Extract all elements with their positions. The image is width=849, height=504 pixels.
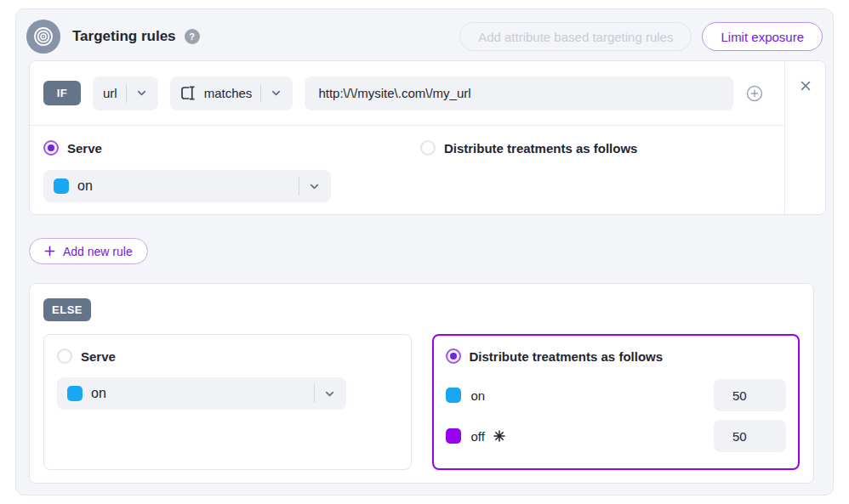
add-new-rule-button[interactable]: Add new rule (29, 238, 148, 264)
string-matcher-icon (180, 86, 197, 100)
matcher-select[interactable]: matches (170, 76, 293, 110)
if-keyword-badge: IF (43, 81, 81, 105)
default-distribute-radio-option[interactable]: Distribute treatments as follows (446, 348, 787, 364)
rule-condition-row: IF url (30, 61, 784, 126)
default-treatment-asterisk-icon (493, 430, 505, 442)
chevron-down-icon (308, 180, 321, 193)
attribute-select-value: url (103, 86, 117, 100)
plus-icon (44, 246, 55, 257)
serve-radio-option[interactable]: Serve (43, 140, 420, 156)
default-treatment-select-value: on (91, 386, 106, 401)
radio-selected-icon[interactable] (446, 348, 461, 364)
chevron-down-icon (323, 388, 336, 400)
attribute-select[interactable]: url (93, 76, 158, 110)
rule-close-column (784, 61, 825, 214)
add-value-icon[interactable] (745, 84, 764, 103)
else-keyword-badge: ELSE (43, 298, 91, 321)
chevron-down-icon (135, 87, 148, 99)
targeting-rule-card: IF url (29, 60, 826, 215)
treatment-on-swatch (67, 386, 83, 401)
radio-selected-icon[interactable] (43, 140, 59, 156)
page-title: Targeting rules (72, 28, 176, 45)
matcher-value-input[interactable]: http:\/\/mysite\.com\/my_url (305, 76, 733, 110)
help-icon[interactable]: ? (185, 29, 200, 44)
default-treatment-select[interactable]: on (57, 377, 346, 410)
treatment-distribution-row: off 50 (446, 420, 787, 452)
treatment-percentage-input[interactable]: 50 (714, 379, 786, 411)
add-attribute-rules-button[interactable]: Add attribute based targeting rules (459, 22, 692, 51)
treatment-distribution-row: on 50 (446, 379, 787, 411)
treatment-on-swatch (54, 178, 69, 194)
target-icon (26, 20, 60, 54)
treatment-name: off (471, 429, 485, 444)
default-serve-radio-option[interactable]: Serve (57, 348, 398, 364)
default-rule-card: ELSE Serve on (29, 283, 814, 484)
default-serve-card: Serve on (43, 334, 412, 470)
treatment-select[interactable]: on (43, 170, 331, 202)
treatment-on-swatch (446, 388, 461, 403)
treatment-percentage-input[interactable]: 50 (714, 420, 786, 452)
limit-exposure-button[interactable]: Limit exposure (702, 22, 823, 51)
radio-unselected-icon[interactable] (420, 140, 436, 156)
close-icon[interactable] (799, 79, 812, 93)
treatment-name: on (471, 388, 486, 403)
panel-header: Targeting rules ? Add attribute based ta… (26, 20, 823, 54)
distribute-radio-option[interactable]: Distribute treatments as follows (420, 140, 638, 156)
chevron-down-icon (270, 87, 282, 99)
rule-serve-section: Serve Distribute treatments as follows o… (30, 126, 784, 202)
matcher-select-value: matches (204, 86, 253, 100)
targeting-rules-panel: Targeting rules ? Add attribute based ta… (15, 8, 834, 496)
radio-unselected-icon[interactable] (57, 348, 72, 364)
targeting-rules-page: Targeting rules ? Add attribute based ta… (0, 0, 849, 504)
treatment-select-value: on (77, 178, 93, 194)
treatment-off-swatch (446, 428, 461, 444)
default-distribute-card: Distribute treatments as follows on 50 o… (432, 334, 801, 470)
